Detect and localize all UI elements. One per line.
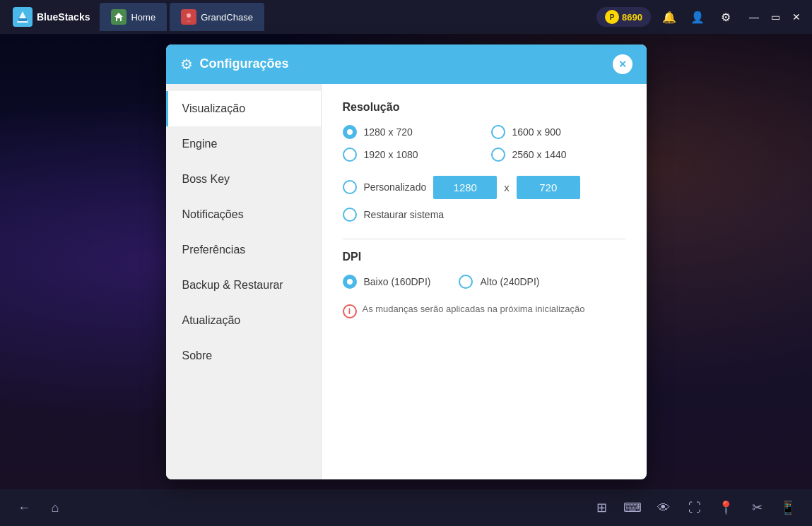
- coin-icon: P: [605, 10, 619, 24]
- dpi-high[interactable]: Alto (240DPI): [459, 275, 539, 289]
- svg-rect-2: [18, 18, 27, 21]
- settings-content: Resolução 1280 x 720 1600 x 900: [322, 84, 647, 479]
- divider: [343, 239, 625, 239]
- dpi-options: Baixo (160DPI) Alto (240DPI): [343, 275, 625, 289]
- bottombar-right: ⊞ ⌨ 👁 ⛶ 📍 ✂ 📱: [592, 498, 798, 518]
- sidebar-item-engine[interactable]: Engine: [166, 126, 321, 162]
- resolution-title: Resolução: [343, 101, 625, 114]
- bluestacks-logo-icon: [13, 7, 33, 27]
- resolution-2560x1440[interactable]: 2560 x 1440: [491, 148, 625, 162]
- location-icon[interactable]: 📍: [716, 498, 736, 518]
- dpi-low[interactable]: Baixo (160DPI): [343, 275, 431, 289]
- radio-1280x720-indicator: [343, 125, 357, 139]
- dpi-title: DPI: [343, 251, 625, 263]
- radio-1600x900-indicator: [491, 125, 505, 139]
- home-tab-label: Home: [131, 12, 155, 23]
- sidebar-item-backup[interactable]: Backup & Restaurar: [166, 268, 321, 303]
- dialog-title: Configurações: [200, 56, 606, 71]
- radio-restore-indicator[interactable]: [343, 208, 357, 222]
- settings-dialog: ⚙ Configurações ✕ Visualização Engine Bo…: [166, 44, 647, 479]
- info-row: i As mudanças serão aplicadas na próxima…: [343, 303, 625, 318]
- app-name-label: BlueStacks: [37, 11, 90, 23]
- dpi-high-label: Alto (240DPI): [480, 276, 539, 287]
- radio-2560x1440-indicator: [491, 148, 505, 162]
- topbar-right: P 8690 🔔 👤 ⚙ — ▭ ✕: [596, 7, 806, 27]
- game-character-icon: [184, 12, 194, 22]
- coins-display: P 8690: [596, 7, 651, 27]
- svg-point-3: [187, 13, 191, 18]
- restore-row: Restaurar sistema: [343, 208, 625, 222]
- bottombar-left: ← ⌂: [14, 498, 65, 518]
- home-tab-icon: [111, 9, 126, 25]
- eye-icon[interactable]: 👁: [654, 498, 673, 518]
- radio-dpi-low-indicator: [343, 275, 357, 289]
- settings-icon[interactable]: ⚙: [716, 7, 736, 27]
- scissors-icon[interactable]: ✂: [747, 498, 767, 518]
- sidebar-item-sobre[interactable]: Sobre: [166, 338, 321, 373]
- modal-overlay: ⚙ Configurações ✕ Visualização Engine Bo…: [0, 34, 812, 489]
- game-tab-icon: [181, 9, 196, 25]
- resolution-1280x720-label: 1280 x 720: [364, 126, 413, 138]
- custom-label: Personalizado: [364, 181, 427, 193]
- custom-height-input[interactable]: [517, 176, 580, 199]
- home-icon: [113, 11, 124, 23]
- custom-resolution-row: Personalizado x: [343, 176, 625, 199]
- sidebar-item-visualizacao[interactable]: Visualização: [166, 91, 321, 126]
- back-icon[interactable]: ←: [14, 498, 34, 518]
- settings-sidebar: Visualização Engine Boss Key Notificaçõe…: [166, 84, 322, 479]
- sidebar-item-notificacoes[interactable]: Notificações: [166, 197, 321, 232]
- radio-1920x1080-indicator: [343, 148, 357, 162]
- resolution-1280x720[interactable]: 1280 x 720: [343, 125, 477, 139]
- radio-dpi-high-indicator: [459, 275, 473, 289]
- info-text: As mudanças serão aplicadas na próxima i…: [363, 303, 585, 316]
- device-icon[interactable]: 📱: [778, 498, 798, 518]
- resolution-1600x900-label: 1600 x 900: [512, 126, 561, 138]
- home-tab[interactable]: Home: [100, 3, 167, 31]
- sidebar-item-preferencias[interactable]: Preferências: [166, 232, 321, 268]
- fullscreen-icon[interactable]: ⛶: [685, 498, 705, 518]
- sidebar-item-boss-key[interactable]: Boss Key: [166, 162, 321, 197]
- restore-label: Restaurar sistema: [364, 209, 445, 220]
- resolution-options: 1280 x 720 1600 x 900 1920 x 1080: [343, 125, 625, 162]
- coins-value: 8690: [622, 12, 642, 23]
- resolution-1920x1080-label: 1920 x 1080: [364, 149, 418, 160]
- sidebar-item-atualizacao[interactable]: Atualização: [166, 303, 321, 338]
- game-tab-label: GrandChase: [201, 12, 253, 23]
- resolution-2560x1440-label: 2560 x 1440: [512, 149, 567, 160]
- grid-icon[interactable]: ⊞: [592, 498, 611, 518]
- topbar: BlueStacks Home GrandChase P 8690 🔔 👤 ⚙: [0, 0, 812, 34]
- resolution-1920x1080[interactable]: 1920 x 1080: [343, 148, 477, 162]
- dialog-body: Visualização Engine Boss Key Notificaçõe…: [166, 84, 647, 479]
- info-icon: i: [343, 304, 357, 318]
- game-tab[interactable]: GrandChase: [170, 3, 264, 31]
- close-button[interactable]: ✕: [787, 7, 806, 27]
- minimize-button[interactable]: —: [744, 7, 764, 27]
- dialog-close-button[interactable]: ✕: [613, 54, 632, 74]
- gear-icon: ⚙: [180, 56, 193, 73]
- home-bottom-icon[interactable]: ⌂: [45, 498, 65, 518]
- custom-x-label: x: [504, 181, 510, 193]
- window-controls: — ▭ ✕: [744, 7, 806, 27]
- bottombar: ← ⌂ ⊞ ⌨ 👁 ⛶ 📍 ✂ 📱: [0, 489, 812, 526]
- resolution-1600x900[interactable]: 1600 x 900: [491, 125, 625, 139]
- maximize-button[interactable]: ▭: [765, 7, 785, 27]
- dialog-header: ⚙ Configurações ✕: [166, 44, 647, 84]
- notification-icon[interactable]: 🔔: [659, 7, 679, 27]
- dpi-low-label: Baixo (160DPI): [364, 276, 431, 287]
- keyboard-icon[interactable]: ⌨: [623, 498, 642, 518]
- app-logo: BlueStacks: [6, 7, 97, 27]
- radio-custom-indicator[interactable]: [343, 180, 357, 194]
- user-icon[interactable]: 👤: [688, 7, 707, 27]
- custom-width-input[interactable]: [433, 176, 497, 199]
